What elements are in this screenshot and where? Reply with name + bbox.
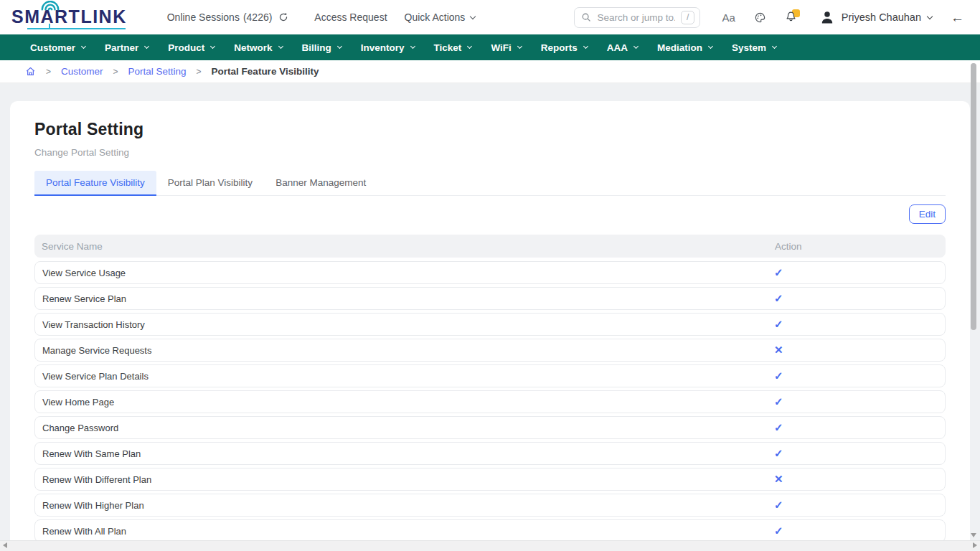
action-cell: ✓: [767, 525, 945, 537]
service-name-cell: Renew With All Plan: [35, 526, 767, 537]
home-icon[interactable]: [25, 66, 36, 77]
edit-button[interactable]: Edit: [909, 204, 946, 224]
chevron-down-icon: [210, 44, 215, 49]
quick-actions-label: Quick Actions: [405, 11, 466, 23]
service-name-cell: Renew With Different Plan: [35, 474, 767, 485]
top-bar: SMARTLINK Online Sessions (4226) Access …: [0, 0, 980, 34]
theme-palette-icon[interactable]: [754, 11, 766, 24]
nav-item-label: Network: [234, 42, 272, 53]
chevron-down-icon: [337, 44, 342, 49]
chevron-down-icon: [772, 44, 777, 49]
nav-item-label: AAA: [607, 42, 628, 53]
nav-item-billing[interactable]: Billing: [302, 42, 341, 53]
table-row: Renew With All Plan✓: [34, 519, 946, 542]
service-name-cell: View Service Plan Details: [35, 371, 767, 382]
horizontal-scrollbar[interactable]: [0, 540, 980, 551]
chevron-down-icon: [517, 44, 522, 49]
breadcrumb-separator: >: [46, 67, 51, 77]
smartlink-logo[interactable]: SMARTLINK: [11, 3, 127, 32]
action-cell: ✓: [767, 448, 945, 459]
action-cell: ✕: [767, 344, 945, 356]
check-icon: ✓: [774, 369, 783, 382]
nav-item-ticket[interactable]: Ticket: [434, 42, 472, 53]
refresh-icon[interactable]: [278, 12, 288, 22]
nav-item-label: Partner: [105, 42, 138, 53]
nav-item-label: Product: [168, 42, 204, 53]
user-menu[interactable]: Priyesh Chauhan: [819, 9, 932, 25]
access-request-link[interactable]: Access Request: [314, 11, 387, 23]
nav-item-mediation[interactable]: Mediation: [657, 42, 712, 53]
logo-underline-stem: [49, 24, 50, 29]
table-row: View Service Plan Details✓: [34, 364, 946, 387]
tab-banner-management[interactable]: Banner Management: [264, 171, 377, 195]
avatar: [819, 9, 835, 25]
table-row: View Service Usage✓: [34, 261, 946, 284]
main-navigation: CustomerPartnerProductNetworkBillingInve…: [0, 34, 980, 60]
chevron-down-icon: [278, 44, 283, 49]
online-sessions: Online Sessions (4226): [167, 11, 289, 23]
table-row: Renew With Same Plan✓: [34, 442, 946, 465]
cross-icon: ✕: [774, 344, 783, 356]
chevron-down-icon: [81, 44, 86, 49]
toolbar: Edit: [34, 204, 946, 224]
tab-portal-plan-visibility[interactable]: Portal Plan Visibility: [156, 171, 264, 195]
action-cell: ✓: [767, 422, 945, 433]
online-sessions-label: Online Sessions: [167, 11, 240, 23]
nav-item-customer[interactable]: Customer: [30, 42, 85, 53]
action-cell: ✓: [767, 499, 945, 511]
scroll-left-arrow[interactable]: [3, 542, 7, 548]
chevron-down-icon: [708, 44, 713, 49]
table-row: Manage Service Requests✕: [34, 339, 946, 362]
check-icon: ✓: [774, 499, 783, 511]
nav-item-label: Inventory: [361, 42, 405, 53]
vertical-scrollbar-thumb[interactable]: [971, 63, 976, 330]
nav-item-system[interactable]: System: [732, 42, 776, 53]
nav-item-partner[interactable]: Partner: [105, 42, 149, 53]
chevron-down-icon: [144, 44, 149, 49]
service-name-cell: Renew With Same Plan: [35, 448, 767, 459]
tab-bar: Portal Feature VisibilityPortal Plan Vis…: [34, 171, 946, 196]
nav-item-label: WiFi: [491, 42, 511, 53]
nav-item-product[interactable]: Product: [168, 42, 215, 53]
nav-item-wifi[interactable]: WiFi: [491, 42, 521, 53]
scroll-right-arrow[interactable]: [973, 542, 977, 548]
user-name: Priyesh Chauhan: [842, 11, 921, 23]
nav-item-inventory[interactable]: Inventory: [361, 42, 415, 53]
action-cell: ✓: [767, 293, 945, 304]
nav-item-label: System: [732, 42, 766, 53]
service-name-cell: View Home Page: [35, 397, 767, 408]
action-cell: ✕: [767, 474, 945, 485]
scroll-down-arrow[interactable]: [971, 533, 976, 537]
breadcrumb-link[interactable]: Portal Setting: [128, 66, 187, 77]
nav-item-network[interactable]: Network: [234, 42, 282, 53]
search-input[interactable]: [595, 11, 677, 24]
service-name-cell: Renew Service Plan: [35, 293, 767, 304]
service-name-cell: View Service Usage: [35, 268, 767, 278]
chevron-down-icon: [467, 44, 472, 49]
action-cell: ✓: [767, 267, 945, 278]
chevron-down-icon: [410, 44, 415, 49]
wifi-arcs-icon: [40, 1, 60, 11]
nav-item-label: Customer: [30, 42, 75, 53]
tab-portal-feature-visibility[interactable]: Portal Feature Visibility: [34, 171, 156, 196]
chevron-down-icon: [470, 13, 476, 19]
quick-actions-menu[interactable]: Quick Actions: [405, 11, 476, 23]
logo-text: SMARTLINK: [11, 6, 127, 27]
breadcrumb-link[interactable]: Customer: [61, 66, 103, 77]
service-table: Service Name Action View Service Usage✓R…: [34, 235, 946, 542]
main-content: Portal Setting Change Portal Setting Por…: [0, 84, 980, 551]
nav-item-aaa[interactable]: AAA: [607, 42, 638, 53]
search-shortcut-key: /: [681, 11, 694, 24]
breadcrumb-separator: >: [197, 67, 202, 77]
check-icon: ✓: [774, 318, 783, 330]
notifications-bell-icon[interactable]: [785, 11, 798, 24]
table-body: View Service Usage✓Renew Service Plan✓Vi…: [34, 261, 946, 542]
table-header: Service Name Action: [34, 235, 946, 258]
action-cell: ✓: [767, 370, 945, 382]
table-row: Renew With Different Plan✕: [34, 468, 946, 491]
chevron-down-icon: [927, 13, 933, 19]
font-size-toggle[interactable]: Aa: [722, 11, 735, 24]
check-icon: ✓: [774, 421, 783, 433]
back-arrow-icon[interactable]: ←: [951, 11, 964, 24]
nav-item-reports[interactable]: Reports: [541, 42, 588, 53]
